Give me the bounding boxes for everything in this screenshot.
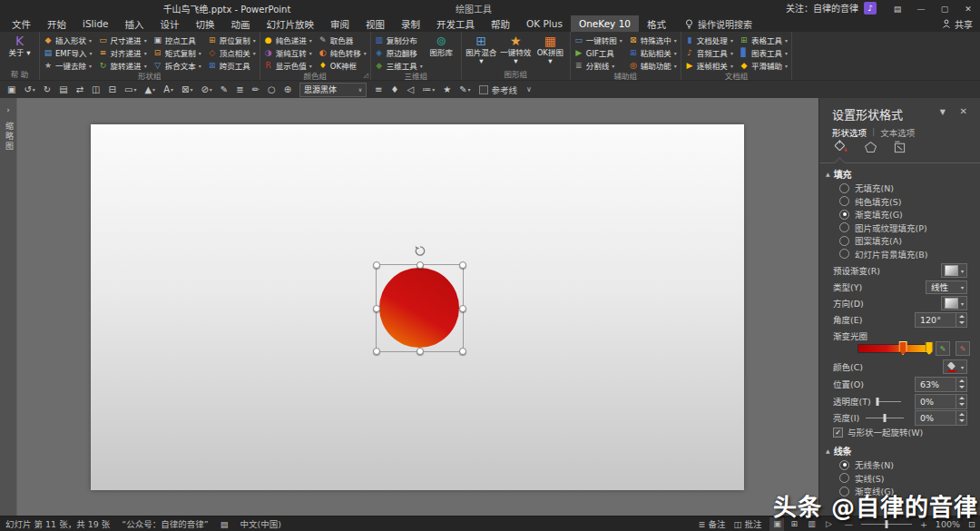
- panel-close-icon[interactable]: ✕: [960, 106, 967, 116]
- ribbon-button[interactable]: ⊞粘贴相关▾: [629, 46, 677, 59]
- qat-tool-4-icon[interactable]: ⊟: [109, 84, 116, 94]
- qat-tool-7-icon[interactable]: A▾: [163, 84, 173, 94]
- radio-icon[interactable]: [839, 249, 849, 259]
- ribbon-tab-5[interactable]: 设计: [152, 15, 188, 32]
- guides-checkbox[interactable]: [479, 85, 488, 94]
- ribbon-tab-12[interactable]: 开发工具: [428, 15, 483, 32]
- ribbon-tab-15[interactable]: OneKey 10: [571, 15, 639, 32]
- transparency-spinner[interactable]: 0%: [915, 394, 967, 409]
- ribbon-button[interactable]: ▶GIF工具: [574, 46, 622, 59]
- ribbon-button[interactable]: ▭一键转图▾: [574, 34, 622, 46]
- brightness-slider-thumb[interactable]: [884, 414, 887, 422]
- fill-option-5[interactable]: 图案填充(A): [839, 234, 976, 248]
- radio-icon[interactable]: [839, 236, 849, 246]
- radio-icon[interactable]: [839, 196, 849, 206]
- ribbon-button[interactable]: ↻旋转递进▾: [99, 59, 147, 72]
- thumbnail-strip[interactable]: › 缩略图: [0, 98, 17, 516]
- remove-gradient-stop-button[interactable]: ✎: [956, 341, 970, 356]
- qat-tool-2-icon[interactable]: ⇄: [76, 84, 83, 94]
- ribbon-button[interactable]: R显示色值▾: [264, 59, 312, 72]
- ribbon-tab-11[interactable]: 录制: [393, 15, 428, 32]
- rotate-with-shape-checkbox[interactable]: ✓: [833, 428, 843, 438]
- guides-toggle[interactable]: 参考线: [479, 84, 518, 96]
- ribbon-tab-4[interactable]: 插入: [117, 15, 152, 32]
- ribbon-tab-7[interactable]: 动画: [223, 15, 259, 32]
- qat-tool-9-icon[interactable]: ⊘▾: [201, 84, 211, 94]
- brightness-slider[interactable]: [866, 418, 904, 418]
- ribbon-button[interactable]: ▤EMF导入▾: [44, 46, 93, 59]
- resize-handle[interactable]: [416, 261, 424, 269]
- ribbon-button[interactable]: ⊞表格工具▾: [740, 34, 788, 46]
- qat-tool-13-icon[interactable]: ○: [268, 84, 276, 94]
- gradient-stop[interactable]: [899, 341, 907, 355]
- qat-tool-1-icon[interactable]: ▤: [59, 84, 67, 94]
- ribbon-tab-16[interactable]: 格式: [639, 15, 674, 32]
- font-selector[interactable]: 思源黑体 ∨: [299, 83, 367, 97]
- resize-handle[interactable]: [373, 305, 380, 312]
- ribbon-button[interactable]: ▭尺寸递进▾: [99, 34, 147, 46]
- radio-icon[interactable]: [839, 183, 849, 193]
- gradient-angle-spinner[interactable]: 120°: [915, 312, 967, 328]
- slide-canvas[interactable]: [91, 124, 744, 490]
- ribbon-tab-9[interactable]: 审阅: [322, 15, 358, 32]
- radio-icon[interactable]: [839, 460, 849, 470]
- radio-icon[interactable]: [839, 222, 849, 232]
- qat-tool-5-icon[interactable]: ▭▾: [124, 84, 136, 94]
- add-gradient-stop-button[interactable]: ✎: [936, 341, 950, 356]
- proofing-icon[interactable]: ▤: [220, 519, 229, 529]
- ribbon-button[interactable]: ◆三维工具▾: [375, 59, 423, 72]
- transparency-slider[interactable]: [877, 401, 901, 402]
- ribbon-button[interactable]: ▊图表工具▾: [740, 46, 788, 59]
- slide-workspace[interactable]: [16, 98, 819, 516]
- ribbon-button[interactable]: ◎辅助功能▾: [629, 59, 677, 72]
- ribbon-button[interactable]: ♪音频工具▾: [685, 46, 733, 59]
- stop-position-spinner[interactable]: 63%: [915, 377, 967, 392]
- fill-section-header[interactable]: ▲ 填充: [826, 167, 852, 181]
- ribbon-tab-2[interactable]: 开始: [39, 15, 74, 32]
- rotation-handle[interactable]: [414, 245, 426, 257]
- panel-collapse-icon[interactable]: ▼: [940, 108, 946, 116]
- qat-tool-20-icon[interactable]: ✎▾: [459, 84, 470, 94]
- brightness-spinner[interactable]: 0%: [915, 410, 967, 426]
- line-section-header[interactable]: ▲ 线条: [826, 444, 852, 457]
- qat-save-icon[interactable]: ▣: [7, 84, 15, 94]
- tell-me-search[interactable]: 操作说明搜索: [685, 17, 752, 31]
- ribbon-button[interactable]: ▥复制分布: [375, 34, 423, 46]
- line-option-2[interactable]: 实线(S): [839, 472, 976, 486]
- resize-handle[interactable]: [373, 261, 380, 269]
- expand-thumbnails-icon[interactable]: ›: [0, 105, 16, 114]
- resize-handle[interactable]: [373, 348, 380, 355]
- ribbon-big-button[interactable]: K关于 ▾: [4, 34, 35, 57]
- gradient-direction-dropdown[interactable]: ▾: [941, 296, 967, 310]
- fill-option-2[interactable]: 纯色填充(S): [839, 195, 976, 209]
- ribbon-button[interactable]: ◈原边翻移: [375, 46, 423, 59]
- ribbon-tab-6[interactable]: 切换: [188, 15, 223, 32]
- ribbon-button[interactable]: ◇顶点相关▾: [208, 46, 256, 59]
- fill-option-3[interactable]: 渐变填充(G): [839, 208, 976, 221]
- fill-and-line-icon[interactable]: [833, 139, 849, 159]
- ribbon-button[interactable]: ⊞原位复制▾: [208, 34, 256, 46]
- language-status[interactable]: 中文(中国): [240, 517, 281, 530]
- gradient-type-select[interactable]: 线性▾: [926, 280, 967, 294]
- transparency-slider-thumb[interactable]: [877, 398, 879, 406]
- rotate-with-shape-row[interactable]: ✓ 与形状一起旋转(W): [833, 426, 923, 438]
- dialog-launcher-icon[interactable]: ◿: [363, 72, 368, 79]
- notes-button[interactable]: ≣ 备注: [698, 517, 725, 530]
- ribbon-tab-1[interactable]: 文件: [4, 15, 39, 32]
- ribbon-button[interactable]: ★一键去除▾: [44, 59, 93, 72]
- toolbar-overflow-icon[interactable]: ∨: [526, 85, 532, 93]
- account-avatar[interactable]: ♪: [864, 2, 877, 15]
- size-properties-icon[interactable]: [892, 140, 907, 159]
- radio-icon[interactable]: [839, 473, 849, 483]
- ribbon-button[interactable]: ≡对齐递进▾: [99, 46, 147, 59]
- ribbon-button[interactable]: ●纯色递进▾: [264, 34, 312, 46]
- panel-tab-1[interactable]: 形状选项: [832, 126, 867, 139]
- ribbon-big-button[interactable]: ⊚图形库: [426, 34, 457, 57]
- effects-icon[interactable]: [863, 140, 878, 159]
- qat-tool-11-icon[interactable]: ≣: [236, 84, 243, 94]
- ribbon-button[interactable]: ⊠特殊选中▾: [629, 34, 677, 46]
- qat-tool-10-icon[interactable]: ✎: [220, 84, 228, 94]
- fill-option-4[interactable]: 图片或纹理填充(P): [839, 221, 976, 235]
- fill-option-6[interactable]: 幻灯片背景填充(B): [839, 248, 976, 261]
- resize-handle[interactable]: [459, 348, 466, 355]
